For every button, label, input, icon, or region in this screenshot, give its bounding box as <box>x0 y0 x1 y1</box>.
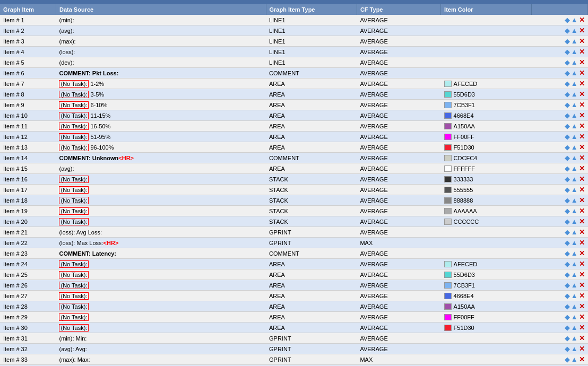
diamond-icon[interactable]: ◆ <box>565 281 570 289</box>
diamond-icon[interactable]: ◆ <box>565 90 570 98</box>
delete-icon[interactable]: ✕ <box>579 58 585 66</box>
diamond-icon[interactable]: ◆ <box>565 69 570 77</box>
up-icon[interactable]: ▲ <box>571 164 578 172</box>
diamond-icon[interactable]: ◆ <box>565 186 570 194</box>
diamond-icon[interactable]: ◆ <box>565 345 570 353</box>
delete-icon[interactable]: ✕ <box>579 90 585 98</box>
up-icon[interactable]: ▲ <box>571 143 578 151</box>
delete-icon[interactable]: ✕ <box>579 154 585 162</box>
up-icon[interactable]: ▲ <box>571 154 578 162</box>
up-icon[interactable]: ▲ <box>571 175 578 183</box>
delete-icon[interactable]: ✕ <box>579 249 585 257</box>
up-icon[interactable]: ▲ <box>571 260 578 268</box>
delete-icon[interactable]: ✕ <box>579 281 585 289</box>
delete-icon[interactable]: ✕ <box>579 133 585 141</box>
diamond-icon[interactable]: ◆ <box>565 37 570 45</box>
delete-icon[interactable]: ✕ <box>579 164 585 172</box>
delete-icon[interactable]: ✕ <box>579 37 585 45</box>
diamond-icon[interactable]: ◆ <box>565 143 570 151</box>
delete-icon[interactable]: ✕ <box>579 143 585 151</box>
delete-icon[interactable]: ✕ <box>579 186 585 194</box>
diamond-icon[interactable]: ◆ <box>565 58 570 66</box>
up-icon[interactable]: ▲ <box>571 16 578 24</box>
delete-icon[interactable]: ✕ <box>579 345 585 353</box>
diamond-icon[interactable]: ◆ <box>565 196 570 204</box>
up-icon[interactable]: ▲ <box>571 80 578 88</box>
diamond-icon[interactable]: ◆ <box>565 111 570 119</box>
delete-icon[interactable]: ✕ <box>579 111 585 119</box>
up-icon[interactable]: ▲ <box>571 111 578 119</box>
delete-icon[interactable]: ✕ <box>579 217 585 225</box>
diamond-icon[interactable]: ◆ <box>565 355 570 363</box>
diamond-icon[interactable]: ◆ <box>565 334 570 342</box>
up-icon[interactable]: ▲ <box>571 217 578 225</box>
up-icon[interactable]: ▲ <box>571 271 578 278</box>
up-icon[interactable]: ▲ <box>571 249 578 257</box>
delete-icon[interactable]: ✕ <box>579 175 585 183</box>
delete-icon[interactable]: ✕ <box>579 16 585 24</box>
delete-icon[interactable]: ✕ <box>579 101 585 109</box>
up-icon[interactable]: ▲ <box>571 239 578 247</box>
up-icon[interactable]: ▲ <box>571 122 578 130</box>
delete-icon[interactable]: ✕ <box>579 271 585 278</box>
up-icon[interactable]: ▲ <box>571 302 578 310</box>
diamond-icon[interactable]: ◆ <box>565 228 570 236</box>
up-icon[interactable]: ▲ <box>571 207 578 215</box>
up-icon[interactable]: ▲ <box>571 186 578 194</box>
delete-icon[interactable]: ✕ <box>579 27 585 34</box>
diamond-icon[interactable]: ◆ <box>565 292 570 300</box>
delete-icon[interactable]: ✕ <box>579 313 585 321</box>
up-icon[interactable]: ▲ <box>571 133 578 141</box>
up-icon[interactable]: ▲ <box>571 90 578 98</box>
diamond-icon[interactable]: ◆ <box>565 207 570 215</box>
diamond-icon[interactable]: ◆ <box>565 271 570 278</box>
delete-icon[interactable]: ✕ <box>579 292 585 300</box>
diamond-icon[interactable]: ◆ <box>565 313 570 321</box>
delete-icon[interactable]: ✕ <box>579 355 585 363</box>
up-icon[interactable]: ▲ <box>571 334 578 342</box>
diamond-icon[interactable]: ◆ <box>565 249 570 257</box>
up-icon[interactable]: ▲ <box>571 281 578 289</box>
diamond-icon[interactable]: ◆ <box>565 122 570 130</box>
diamond-icon[interactable]: ◆ <box>565 48 570 56</box>
diamond-icon[interactable]: ◆ <box>565 217 570 225</box>
up-icon[interactable]: ▲ <box>571 101 578 109</box>
diamond-icon[interactable]: ◆ <box>565 27 570 34</box>
diamond-icon[interactable]: ◆ <box>565 101 570 109</box>
diamond-icon[interactable]: ◆ <box>565 175 570 183</box>
delete-icon[interactable]: ✕ <box>579 239 585 247</box>
delete-icon[interactable]: ✕ <box>579 196 585 204</box>
up-icon[interactable]: ▲ <box>571 58 578 66</box>
up-icon[interactable]: ▲ <box>571 196 578 204</box>
diamond-icon[interactable]: ◆ <box>565 164 570 172</box>
color-cell: 4668E4 <box>441 110 532 121</box>
up-icon[interactable]: ▲ <box>571 292 578 300</box>
diamond-icon[interactable]: ◆ <box>565 260 570 268</box>
up-icon[interactable]: ▲ <box>571 355 578 363</box>
up-icon[interactable]: ▲ <box>571 48 578 56</box>
delete-icon[interactable]: ✕ <box>579 324 585 332</box>
up-icon[interactable]: ▲ <box>571 345 578 353</box>
delete-icon[interactable]: ✕ <box>579 69 585 77</box>
diamond-icon[interactable]: ◆ <box>565 154 570 162</box>
diamond-icon[interactable]: ◆ <box>565 80 570 88</box>
up-icon[interactable]: ▲ <box>571 228 578 236</box>
diamond-icon[interactable]: ◆ <box>565 16 570 24</box>
delete-icon[interactable]: ✕ <box>579 80 585 88</box>
delete-icon[interactable]: ✕ <box>579 260 585 268</box>
delete-icon[interactable]: ✕ <box>579 228 585 236</box>
delete-icon[interactable]: ✕ <box>579 207 585 215</box>
delete-icon[interactable]: ✕ <box>579 334 585 342</box>
diamond-icon[interactable]: ◆ <box>565 239 570 247</box>
delete-icon[interactable]: ✕ <box>579 122 585 130</box>
up-icon[interactable]: ▲ <box>571 313 578 321</box>
up-icon[interactable]: ▲ <box>571 69 578 77</box>
diamond-icon[interactable]: ◆ <box>565 324 570 332</box>
up-icon[interactable]: ▲ <box>571 27 578 34</box>
diamond-icon[interactable]: ◆ <box>565 133 570 141</box>
diamond-icon[interactable]: ◆ <box>565 302 570 310</box>
up-icon[interactable]: ▲ <box>571 37 578 45</box>
up-icon[interactable]: ▲ <box>571 324 578 332</box>
delete-icon[interactable]: ✕ <box>579 302 585 310</box>
delete-icon[interactable]: ✕ <box>579 48 585 56</box>
